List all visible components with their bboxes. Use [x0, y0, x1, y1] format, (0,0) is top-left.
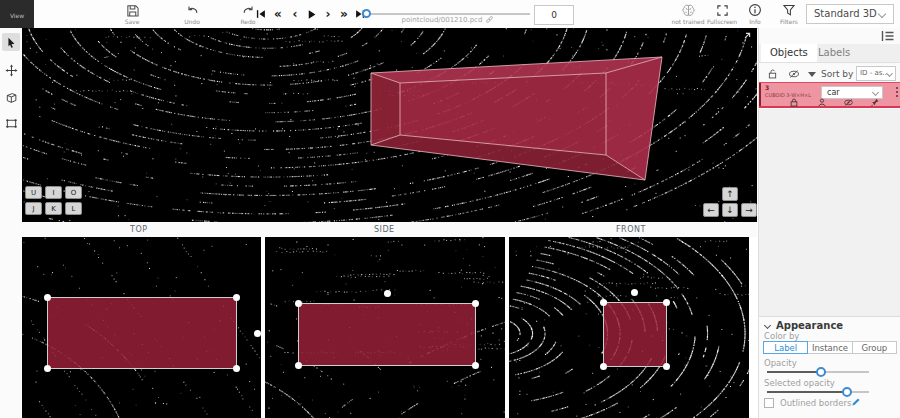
object-pin-icon[interactable] — [870, 97, 880, 108]
cuboid-tool-button[interactable] — [2, 88, 20, 106]
chevron-down-icon — [878, 10, 886, 18]
front-view-label: FRONT — [616, 225, 646, 234]
color-by-label: Color by — [764, 331, 799, 341]
arrow-up-key[interactable]: ↑ — [722, 187, 738, 201]
panel-toggle-icon[interactable] — [881, 30, 895, 42]
play-button[interactable] — [303, 6, 319, 22]
filters-label: Filters — [780, 18, 798, 25]
sort-select[interactable]: ID - as... — [856, 66, 896, 81]
main-menu-button[interactable]: View — [0, 0, 34, 28]
filters-button[interactable]: Filters — [772, 1, 806, 27]
sort-direction-icon[interactable] — [808, 72, 816, 77]
perspective-3d-view[interactable]: U I O J K L ↑ ← ↓ → — [22, 28, 757, 222]
bbox-side-view[interactable] — [298, 303, 476, 366]
object-id: 3 — [765, 84, 769, 91]
side-ortho-view[interactable] — [265, 237, 505, 418]
shortcut-key-o[interactable]: O — [65, 186, 82, 199]
top-ortho-view[interactable] — [22, 237, 261, 418]
bbox-rotate-handle[interactable] — [384, 290, 391, 297]
previous-frame-button[interactable]: ‹ — [287, 6, 303, 22]
bbox-handle[interactable] — [472, 300, 479, 307]
bbox-handle[interactable] — [600, 299, 607, 306]
appearance-panel: Appearance Color by Label Instance Group… — [759, 316, 900, 418]
color-by-option-instance[interactable]: Instance — [807, 341, 852, 354]
lock-all-icon[interactable] — [767, 68, 778, 80]
bbox-handle[interactable] — [663, 363, 670, 370]
front-ortho-view[interactable] — [509, 237, 749, 418]
bbox-handle[interactable] — [663, 299, 670, 306]
cuboid-icon — [5, 91, 18, 104]
outlined-borders-checkbox[interactable] — [764, 398, 774, 408]
info-button[interactable]: Info — [738, 1, 772, 27]
fast-rewind-button[interactable]: « — [270, 6, 286, 22]
bbox-handle[interactable] — [233, 294, 240, 301]
object-row[interactable]: 3 CUBOID 3-W×H×L car — [759, 82, 900, 108]
bbox-handle[interactable] — [472, 362, 479, 369]
neural-status-button[interactable]: not trained — [671, 1, 705, 27]
arrow-right-key[interactable]: → — [741, 203, 757, 217]
selected-opacity-slider-handle[interactable] — [842, 387, 852, 397]
bbox-handle[interactable] — [44, 365, 51, 372]
next-frame-button[interactable]: › — [320, 6, 336, 22]
edit-pencil-icon[interactable] — [851, 397, 861, 407]
save-button[interactable]: Save — [112, 1, 152, 27]
bbox-front-view[interactable] — [603, 302, 667, 367]
object-menu-icon[interactable] — [896, 87, 898, 97]
tab-labels[interactable]: Labels — [809, 44, 859, 62]
fullscreen-button[interactable]: Fullscreen — [705, 1, 739, 27]
bbox-rotate-handle[interactable] — [254, 330, 261, 337]
sort-by-label: Sort by — [821, 69, 853, 79]
fast-forward-button[interactable]: » — [336, 6, 352, 22]
objects-toolbar: Sort by ID - as... — [759, 66, 900, 82]
move-icon — [5, 64, 18, 77]
object-meta: CUBOID 3-W×H×L — [765, 92, 811, 98]
bbox-handle[interactable] — [233, 365, 240, 372]
shortcut-key-j[interactable]: J — [25, 202, 42, 215]
objects-list-area — [759, 109, 900, 316]
undo-label: Undo — [184, 18, 200, 25]
side-view-label: SIDE — [374, 225, 395, 234]
smart-cuboid-tool-button[interactable] — [2, 114, 20, 132]
arrow-down-key[interactable]: ↓ — [722, 203, 738, 217]
fullscreen-icon — [716, 4, 729, 17]
frame-number-input[interactable] — [534, 5, 574, 25]
shortcut-key-l[interactable]: L — [65, 202, 82, 215]
move-tool-button[interactable] — [2, 61, 20, 79]
object-lock-icon[interactable] — [789, 97, 799, 108]
selected-cuboid-annotation[interactable] — [22, 28, 757, 222]
save-label: Save — [125, 18, 140, 25]
bbox-handle[interactable] — [600, 363, 607, 370]
bbox-handle[interactable] — [295, 362, 302, 369]
object-assignee-icon[interactable] — [817, 97, 827, 108]
shortcut-key-k[interactable]: K — [45, 202, 62, 215]
selected-opacity-slider[interactable] — [767, 387, 869, 397]
brain-icon — [681, 4, 696, 17]
opacity-slider[interactable] — [767, 367, 869, 377]
shortcut-key-u[interactable]: U — [25, 186, 42, 199]
undo-button[interactable]: Undo — [172, 1, 212, 27]
object-visibility-icon[interactable] — [843, 97, 854, 108]
menu-label: View — [10, 12, 24, 19]
bbox-top-view[interactable] — [47, 297, 237, 369]
expand-view-icon[interactable] — [740, 32, 751, 43]
hide-all-icon[interactable] — [788, 68, 800, 80]
skip-to-start-button[interactable] — [253, 6, 269, 22]
not-trained-label: not trained — [671, 18, 704, 25]
bbox-handle[interactable] — [44, 294, 51, 301]
arrow-left-key[interactable]: ← — [703, 203, 719, 217]
collapse-icon — [764, 322, 771, 329]
bbox-handle[interactable] — [295, 300, 302, 307]
shortcut-key-i[interactable]: I — [45, 186, 62, 199]
appearance-header[interactable]: Appearance — [765, 320, 843, 331]
view-mode-select[interactable]: Standard 3D — [806, 4, 894, 24]
opacity-slider-handle[interactable] — [816, 367, 826, 377]
link-icon[interactable] — [485, 15, 494, 24]
ortho-view-labels: TOP SIDE FRONT — [22, 222, 757, 237]
color-by-option-label[interactable]: Label — [763, 341, 808, 354]
top-toolbar: View Save Undo Redo « ‹ › » pointcloud/0… — [0, 0, 900, 29]
annotation-app: View Save Undo Redo « ‹ › » pointcloud/0… — [0, 0, 900, 418]
color-by-option-group[interactable]: Group — [852, 341, 897, 354]
save-icon — [126, 4, 139, 17]
select-tool-button[interactable] — [2, 33, 20, 51]
bbox-rotate-handle[interactable] — [631, 289, 638, 296]
